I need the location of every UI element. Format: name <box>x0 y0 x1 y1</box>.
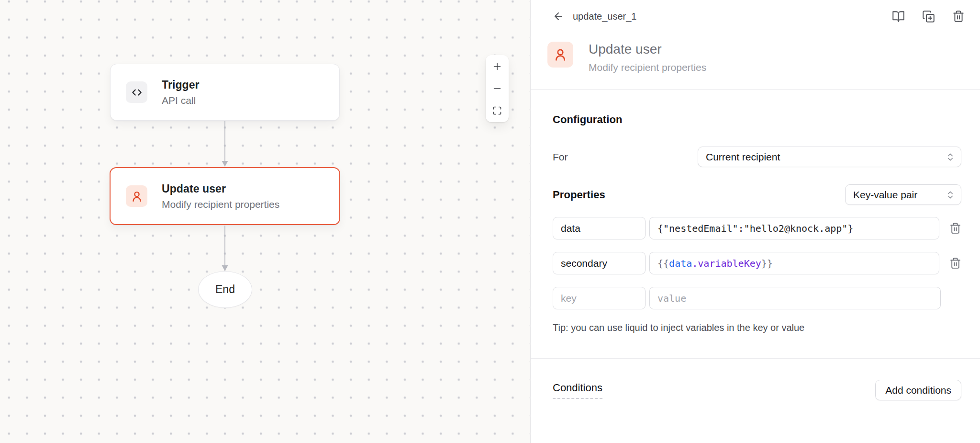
kv-value-input[interactable] <box>649 287 941 309</box>
liquid-open-token: {{ <box>657 258 669 269</box>
divider <box>531 89 980 90</box>
zoom-out-button[interactable] <box>486 78 509 99</box>
canvas-zoom-controls <box>486 55 509 122</box>
properties-field-row: Properties Key-value pair <box>553 184 961 205</box>
step-title-text: Update user Modify recipient properties <box>589 42 706 73</box>
liquid-tip-text: Tip: you can use liquid to inject variab… <box>553 322 961 333</box>
trigger-node-text: Trigger API call <box>162 79 200 106</box>
step-title: Update user <box>589 42 706 57</box>
conditions-section: Conditions Add conditions <box>531 380 980 400</box>
plus-icon <box>492 61 502 72</box>
trigger-node[interactable]: Trigger API call <box>110 64 340 121</box>
step-name: update_user_1 <box>573 11 636 22</box>
zoom-in-button[interactable] <box>486 56 509 77</box>
duplicate-icon <box>922 10 935 23</box>
add-conditions-button[interactable]: Add conditions <box>875 380 961 400</box>
update-user-node-subtitle: Modify recipient properties <box>162 199 279 210</box>
connector-trigger-update <box>220 121 230 167</box>
chevrons-up-down-icon <box>946 190 955 200</box>
delete-icon <box>949 257 961 269</box>
properties-type-select[interactable]: Key-value pair <box>845 184 961 205</box>
docs-button[interactable] <box>892 10 905 23</box>
liquid-close-token: }} <box>761 258 773 269</box>
properties-heading: Properties <box>553 189 605 201</box>
chevrons-up-down-icon <box>946 152 955 162</box>
duplicate-step-button[interactable] <box>922 10 935 23</box>
delete-step-button[interactable] <box>952 10 965 23</box>
step-subtitle: Modify recipient properties <box>589 62 706 73</box>
kv-row-empty <box>553 287 961 309</box>
minus-icon <box>492 83 502 94</box>
user-icon <box>547 42 573 68</box>
for-select[interactable]: Current recipient <box>698 147 961 167</box>
step-title-block: Update user Modify recipient properties <box>531 42 980 73</box>
liquid-property-token: variableKey <box>698 258 761 269</box>
arrow-left-icon <box>553 11 564 22</box>
kv-key-input[interactable] <box>553 252 646 274</box>
update-user-node-title: Update user <box>162 182 279 195</box>
conditions-row: Conditions Add conditions <box>553 380 961 400</box>
kv-row-data <box>553 217 961 239</box>
fit-view-button[interactable] <box>486 100 509 121</box>
for-select-value: Current recipient <box>706 151 780 163</box>
workflow-canvas[interactable]: Trigger API call Update user Modify reci… <box>0 0 530 443</box>
kv-value-liquid-input[interactable]: {{data.variableKey}} <box>649 252 939 274</box>
panel-header: update_user_1 <box>531 0 980 33</box>
configuration-heading: Configuration <box>553 114 961 126</box>
code-icon <box>126 81 147 103</box>
step-detail-panel: update_user_1 Update user Modify recipie… <box>530 0 980 443</box>
kv-key-input[interactable] <box>553 287 646 309</box>
properties-type-value: Key-value pair <box>853 189 917 201</box>
delete-icon <box>949 222 961 234</box>
end-node[interactable]: End <box>198 271 252 308</box>
liquid-dot-token: . <box>692 258 698 269</box>
user-icon <box>126 185 147 207</box>
kv-delete-button[interactable] <box>949 257 961 269</box>
fit-view-icon <box>492 106 502 115</box>
header-actions <box>892 10 965 23</box>
kv-delete-button[interactable] <box>949 222 961 234</box>
trigger-node-title: Trigger <box>162 79 200 91</box>
docs-book-icon <box>892 10 905 23</box>
kv-row-secondary: {{data.variableKey}} <box>553 252 961 274</box>
divider <box>531 358 980 359</box>
update-user-node-text: Update user Modify recipient properties <box>162 182 279 210</box>
for-field-row: For Current recipient <box>553 147 961 167</box>
configuration-section: Configuration For Current recipient Prop… <box>531 114 980 333</box>
connector-update-end <box>220 226 230 272</box>
end-node-label: End <box>215 283 235 296</box>
for-label: For <box>553 151 568 163</box>
trigger-node-subtitle: API call <box>162 95 200 106</box>
update-user-node[interactable]: Update user Modify recipient properties <box>110 167 340 225</box>
conditions-heading: Conditions <box>553 382 602 399</box>
liquid-object-token: data <box>669 258 692 269</box>
kv-value-input[interactable] <box>649 217 939 239</box>
kv-key-input[interactable] <box>553 217 646 239</box>
back-button[interactable] <box>551 9 566 24</box>
delete-icon <box>952 10 965 23</box>
